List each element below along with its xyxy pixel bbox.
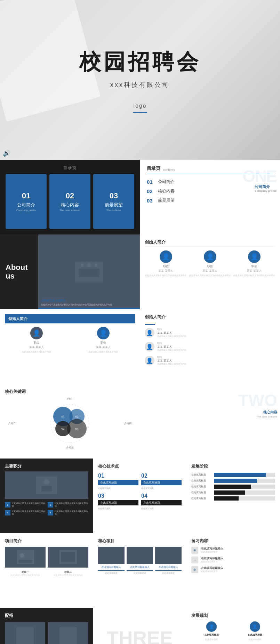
- dist-img-2: [48, 622, 88, 644]
- proj-label-2: 标题二 此处添加公司简介相关文字内容: [48, 570, 88, 577]
- core-projects-content: 核心项目 在此填写标题输入 此处添加描述 在此填写标题输入 此处添加描述 在此填…: [93, 533, 186, 608]
- dev-plan-item-title-1: 在此填写标题: [204, 633, 219, 637]
- core-proj-img-3: [155, 547, 182, 564]
- member-title-5: 职位: [101, 341, 106, 345]
- progress-item-5: 在此填写标题: [191, 496, 275, 501]
- company-section-label: 公司简介 Company profile: [255, 184, 277, 192]
- staff-title-2: 职位: [157, 341, 275, 345]
- tech-num-2: 02: [141, 473, 182, 479]
- circle-item-top: 介绍一: [66, 397, 74, 401]
- svg-text:04: 04: [75, 427, 79, 430]
- avatar-4: 👤: [30, 327, 43, 339]
- member-desc-2: 此处添加人员简介相关文字内容此处添加简介: [189, 274, 231, 277]
- blue-header-title: 创始人简介: [8, 316, 131, 321]
- slide-three: THREE 前景展望 The outlook: [93, 608, 186, 644]
- job-text-2: 此处添加公司及企业简介相关文字内容: [55, 502, 88, 508]
- progress-fill-3: [214, 485, 251, 489]
- core-proj-3: 在此填写标题输入 此处添加描述: [155, 547, 182, 575]
- proj-img-2: [48, 547, 88, 568]
- toc-label-2: 核心内容: [61, 202, 79, 208]
- core-tech-content: 核心技术点 01 在此填写标题 此处填写相关 02 在此填写标题 此处填写相关 …: [93, 459, 186, 533]
- three-content: THREE 前景展望 The outlook: [93, 608, 186, 644]
- toc-label-en-1: Company profile: [16, 209, 36, 212]
- job-num-4: 4: [48, 510, 53, 515]
- team-member-3: 👤 职位 某某 某某人 此处添加人员简介相关文字内容此处添加简介: [233, 250, 275, 277]
- core-proj-1: 在此填写标题输入 此处添加描述: [98, 547, 125, 575]
- job-text-1: 此处添加公司及企业简介相关文字内容: [12, 502, 46, 508]
- tech-label-2: 在此填写标题: [141, 480, 182, 485]
- job-num-2: 2: [48, 502, 53, 507]
- toc-header-cn: 目录页: [147, 165, 160, 172]
- row-8: 配招 商量一 商量一 此处添加公司及企业简介相关文字内容此处添加公司及企业简介相…: [0, 608, 280, 644]
- circle-title: 核心关键词: [5, 389, 135, 395]
- member-name-4: 某某 某某人: [29, 345, 44, 349]
- progress-content: 发展阶段 在此填写标题 在此填写标题 在此填写标题: [186, 459, 280, 533]
- job-roles-content: 主要职分 1 此处添加公司及企业简介相关文字内容 2 此处添加公司及企业简介相关…: [0, 459, 93, 533]
- person-icon-4: 👤: [33, 329, 40, 337]
- tech-desc-1: 此处填写相关: [98, 487, 138, 490]
- job-num-3: 3: [5, 510, 10, 515]
- job-item-4: 4 此处添加公司及企业简介相关文字内容: [48, 510, 88, 516]
- project-labels: 标题一 此处添加公司简介相关文字内容 标题二 此处添加公司简介相关文字内容: [5, 570, 88, 577]
- row-7: 项目简介 标题一 此处添加公司简介相关文字内容 标题二 此处添加公司简介相关文字…: [0, 533, 280, 608]
- slide-core-projects: 核心项目 在此填写标题输入 此处添加描述 在此填写标题输入 此处添加描述 在此填…: [93, 533, 186, 608]
- staff-avatar-1: 👤: [145, 328, 154, 338]
- svg-point-2: [80, 263, 84, 267]
- company-label-en: Company profile: [255, 189, 277, 192]
- intern-content-3: 在此填写标题输入 此处添加说明文字: [201, 566, 223, 573]
- svg-point-15: [44, 479, 49, 485]
- slide-circle-diagram: 核心关键词 介绍一 介绍二 介绍四 介绍三: [0, 384, 140, 459]
- member-title-1: 职位: [163, 264, 169, 268]
- staff-desc-2: 此处添加人员简介相关文字内容: [157, 349, 275, 352]
- slide-progress: 发展阶段 在此填写标题 在此填写标题 在此填写标题: [186, 459, 280, 533]
- tech-item-3: 03 在此填写标题 此处填写相关: [98, 493, 138, 510]
- internship-content: 留习内容 ⊕ 在此填写标题输入 此处添加说明文字 → 在此填写标题输入 此处添加…: [186, 533, 280, 608]
- progress-title: 发展阶段: [191, 463, 275, 469]
- item-text-3: 前景展望: [158, 198, 175, 204]
- toc-list-item-2: 02 核心内容: [147, 188, 273, 194]
- slide-toc-list: 目录页 contents 01 公司简介 02 核心内容 03 前景展望 ONE…: [140, 160, 280, 234]
- core-proj-img-1: [98, 547, 125, 564]
- core-proj-desc-2: 此处添加描述: [134, 572, 146, 575]
- team-member-1: 👤 职位 某某 某某人 此处添加人员简介相关文字内容此处添加简介: [145, 250, 187, 277]
- core-proj-title-3: 在此填写标题输入: [159, 565, 178, 569]
- item-num-2: 02: [147, 188, 154, 194]
- tech-label-3: 在此填写标题: [98, 500, 138, 505]
- toc-list-item-3: 03 前景展望: [147, 198, 273, 204]
- three-watermark: THREE: [98, 627, 182, 644]
- staff-info-2: 职位 某某 某某人 此处添加人员简介相关文字内容: [157, 341, 275, 352]
- svg-rect-16: [41, 486, 52, 492]
- staff-title: 创始人简介: [145, 314, 275, 321]
- prog-label-2: 在此填写标题: [191, 479, 212, 482]
- circle-label-top: 介绍一: [66, 397, 74, 401]
- slide-core-tech: 核心技术点 01 在此填写标题 此处填写相关 02 在此填写标题 此处填写相关 …: [93, 459, 186, 533]
- member-name-5: 某某 某某人: [96, 345, 111, 349]
- blue-line: [133, 112, 147, 113]
- svg-text:03: 03: [62, 427, 65, 430]
- internship-title: 留习内容: [191, 538, 275, 544]
- job-roles-title: 主要职分: [5, 463, 88, 469]
- circle-item-bottom: 介绍三: [66, 446, 74, 449]
- about-content: About us 公司名字及企业简介 此处添: [0, 234, 140, 309]
- team-member-5: 👤 职位 某某 某某人 此处添加人员简介相关文字内容: [72, 327, 135, 353]
- tech-item-4: 04 在此填写标题 此处填写相关: [141, 493, 182, 510]
- intern-title-1: 在此填写标题输入: [201, 547, 223, 551]
- about-text: About us: [0, 234, 38, 309]
- staff-desc-3: 此处添加人员简介相关文字内容: [157, 363, 275, 366]
- dev-plan-item-desc-2: 此处添加说明: [249, 638, 261, 641]
- slide-job-roles: 主要职分 1 此处添加公司及企业简介相关文字内容 2 此处添加公司及企业简介相关…: [0, 459, 93, 533]
- team-members-list: 👤 职位 某某 某某人 此处添加人员简介相关文字内容此处添加简介 👤 职位 某某…: [145, 250, 275, 277]
- toc-label-en-2: The core content: [59, 209, 80, 212]
- tech-num-1: 01: [98, 473, 138, 479]
- toc-label-en-3: The outlook: [106, 209, 121, 212]
- job-items: 1 此处添加公司及企业简介相关文字内容 2 此处添加公司及企业简介相关文字内容 …: [5, 502, 88, 516]
- member-name-2: 某某 某某人: [202, 269, 217, 273]
- row-6: 主要职分 1 此处添加公司及企业简介相关文字内容 2 此处添加公司及企业简介相关…: [0, 459, 280, 533]
- job-item-3: 3 此处添加公司及企业简介相关文字内容: [5, 510, 46, 516]
- prog-label-1: 在此填写标题: [191, 473, 212, 477]
- progress-fill-4: [214, 490, 245, 495]
- circle-label-right: 介绍四: [124, 422, 131, 425]
- slide-internship: 留习内容 ⊕ 在此填写标题输入 此处添加说明文字 → 在此填写标题输入 此处添加…: [186, 533, 280, 608]
- svg-point-3: [87, 263, 91, 267]
- slide-staff-list: 创始人简介 👤 职位 某某 某某人 此处添加人员简介相关文字内容 👤 职位 某某…: [140, 309, 280, 384]
